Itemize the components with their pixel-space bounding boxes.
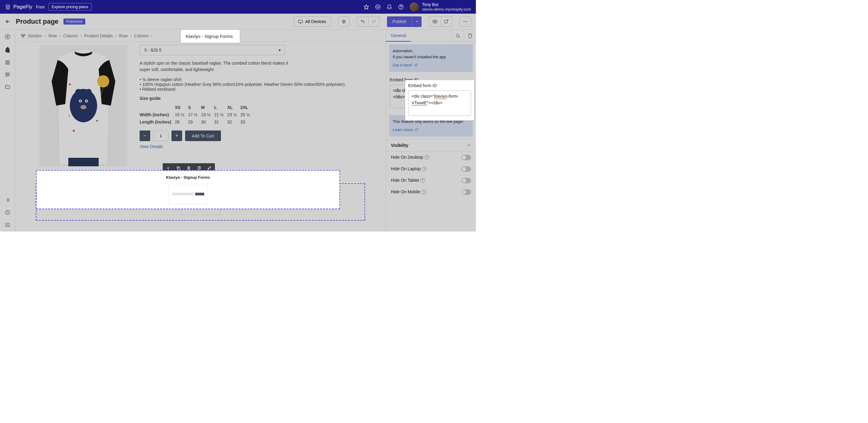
console-icon[interactable] bbox=[5, 222, 10, 227]
save-block-icon[interactable] bbox=[205, 164, 214, 172]
back-arrow-icon[interactable] bbox=[5, 19, 11, 25]
crumb-product-details[interactable]: Product Details bbox=[84, 33, 113, 38]
folder-icon[interactable] bbox=[5, 84, 10, 89]
crumb-section[interactable]: Section bbox=[28, 33, 42, 38]
svg-point-38 bbox=[81, 105, 87, 109]
document-icon bbox=[468, 33, 472, 38]
help-icon[interactable]: ? bbox=[422, 167, 427, 171]
svg-rect-23 bbox=[8, 73, 9, 74]
hide-mobile-toggle[interactable] bbox=[461, 189, 471, 195]
external-icon bbox=[444, 19, 449, 24]
svg-rect-7 bbox=[298, 20, 302, 23]
star-icon[interactable] bbox=[364, 4, 369, 10]
pagefly-logo-icon bbox=[5, 4, 11, 10]
svg-point-47 bbox=[456, 34, 459, 37]
svg-rect-27 bbox=[21, 34, 23, 35]
klaviyo-signup-block[interactable]: Klaviyo - Signup Forms bbox=[36, 183, 365, 221]
product-image[interactable] bbox=[39, 45, 127, 166]
svg-point-39 bbox=[97, 75, 109, 87]
avatar[interactable] bbox=[410, 2, 419, 11]
preview-button[interactable] bbox=[429, 17, 441, 27]
crumb-column[interactable]: Column bbox=[63, 33, 78, 38]
svg-point-10 bbox=[343, 23, 344, 23]
publish-button[interactable]: Publish bbox=[387, 17, 412, 27]
qty-increase-button[interactable]: + bbox=[172, 130, 182, 141]
variant-select[interactable]: S - $26.5 ▾ bbox=[140, 45, 285, 55]
product-bullets: ¾ sleeve raglan shirt 100% ringspun cott… bbox=[140, 77, 362, 92]
help-icon[interactable]: ? bbox=[422, 190, 426, 195]
help-icon[interactable]: ? bbox=[420, 178, 425, 183]
undo-button[interactable] bbox=[357, 17, 368, 27]
hide-tablet-row: Hide On Tablet? bbox=[386, 175, 476, 186]
bell-icon[interactable] bbox=[386, 4, 392, 10]
settings-button[interactable] bbox=[338, 17, 350, 27]
svg-rect-24 bbox=[6, 75, 7, 76]
chevron-down-icon: ▾ bbox=[279, 47, 281, 53]
selection-toolbar bbox=[163, 163, 215, 173]
svg-point-40 bbox=[69, 84, 71, 85]
all-devices-button[interactable]: All Devices bbox=[293, 17, 331, 27]
qty-input[interactable] bbox=[153, 130, 168, 141]
add-element-button[interactable] bbox=[5, 34, 10, 39]
redo-button[interactable] bbox=[368, 17, 380, 27]
crumb-row[interactable]: Row bbox=[48, 33, 57, 38]
svg-point-41 bbox=[96, 120, 98, 122]
qty-decrease-button[interactable]: − bbox=[140, 130, 150, 141]
hide-desktop-toggle[interactable] bbox=[461, 155, 471, 160]
blocks-icon[interactable] bbox=[5, 72, 10, 77]
hide-laptop-toggle[interactable] bbox=[461, 166, 471, 172]
svg-marker-0 bbox=[364, 5, 369, 9]
status-badge: Published bbox=[63, 19, 86, 25]
svg-rect-22 bbox=[6, 73, 7, 74]
svg-point-9 bbox=[344, 21, 345, 22]
live-page-info-box: This feature only works on the live page… bbox=[389, 115, 473, 136]
svg-point-36 bbox=[80, 100, 81, 102]
help-icon[interactable]: ? bbox=[425, 155, 429, 160]
dots-icon bbox=[463, 19, 468, 24]
help-icon[interactable] bbox=[398, 4, 404, 10]
visibility-section-header[interactable]: Visibility bbox=[386, 139, 476, 152]
hide-laptop-row: Hide On Laptop? bbox=[386, 163, 476, 175]
add-icon[interactable] bbox=[164, 164, 173, 172]
copy-icon[interactable] bbox=[195, 164, 203, 172]
svg-rect-45 bbox=[178, 167, 180, 170]
shopify-icon[interactable] bbox=[5, 47, 10, 53]
crumb-column-2[interactable]: Column bbox=[134, 33, 148, 38]
learn-more-link[interactable]: Learn more bbox=[393, 127, 418, 133]
svg-point-15 bbox=[465, 21, 466, 22]
svg-point-33 bbox=[86, 89, 92, 95]
crumb-row-2[interactable]: Row bbox=[119, 33, 128, 38]
embed-form-input[interactable] bbox=[390, 85, 472, 108]
more-button[interactable] bbox=[460, 17, 471, 27]
svg-point-3 bbox=[378, 7, 378, 7]
outline-icon[interactable] bbox=[5, 198, 10, 202]
publish-dropdown-button[interactable] bbox=[412, 17, 422, 27]
svg-rect-46 bbox=[198, 167, 200, 169]
search-icon bbox=[456, 33, 460, 38]
get-it-here-link[interactable]: Get it here! bbox=[393, 62, 417, 68]
svg-point-32 bbox=[75, 89, 81, 95]
brand-logo[interactable]: PageFly Free bbox=[5, 4, 44, 10]
eye-icon bbox=[432, 20, 438, 24]
tab-general[interactable]: General bbox=[386, 30, 411, 41]
live-view-button[interactable] bbox=[441, 17, 452, 27]
user-menu[interactable]: Tony Bui stores-demo.myshopify.com bbox=[422, 2, 471, 11]
undo-icon bbox=[360, 19, 365, 24]
size-table: XSSMLXL2XL Width (inches) 15 ½17 ½19 ½21… bbox=[140, 104, 253, 126]
product-description: A stylish spin on the classic baseball r… bbox=[140, 60, 288, 73]
svg-point-37 bbox=[86, 100, 87, 102]
grid-icon[interactable] bbox=[5, 60, 10, 65]
tree-icon bbox=[21, 34, 26, 38]
copy-styles-button[interactable] bbox=[464, 30, 476, 41]
history-icon[interactable] bbox=[5, 210, 10, 215]
chat-icon[interactable] bbox=[375, 4, 380, 10]
search-button[interactable] bbox=[452, 30, 464, 41]
svg-rect-44 bbox=[68, 158, 99, 166]
explore-pricing-button[interactable]: Explore pricing plans bbox=[48, 3, 92, 11]
delete-icon[interactable] bbox=[185, 164, 193, 172]
hide-desktop-row: Hide On Desktop? bbox=[386, 152, 476, 163]
add-to-cart-button[interactable]: Add To Cart bbox=[185, 130, 221, 141]
view-details-link[interactable]: View Details bbox=[140, 144, 163, 149]
duplicate-icon[interactable] bbox=[174, 164, 183, 172]
hide-tablet-toggle[interactable] bbox=[461, 178, 471, 183]
